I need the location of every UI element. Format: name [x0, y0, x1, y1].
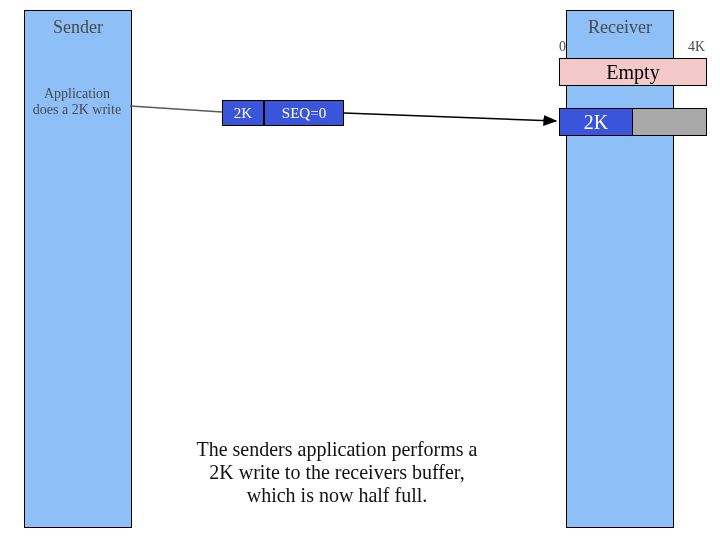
caption-line1: The senders application performs a: [196, 438, 477, 460]
segment-size-label: 2K: [234, 105, 252, 121]
app-note-line2: does a 2K write: [33, 102, 121, 117]
buffer-half-label: 2K: [584, 111, 608, 133]
svg-line-2: [344, 113, 556, 121]
diagram-stage: Sender Receiver 0 4K Empty 2K Applicatio…: [0, 0, 720, 540]
caption-line2: 2K write to the receivers buffer,: [209, 461, 464, 483]
svg-line-0: [130, 106, 222, 112]
app-note-line1: Application: [44, 86, 110, 101]
scale-start-label: 0: [559, 39, 566, 55]
app-write-note: Application does a 2K write: [22, 86, 132, 118]
buffer-empty: Empty: [559, 58, 707, 86]
scale-end-label: 4K: [688, 39, 705, 55]
segment-seq-box: SEQ=0: [264, 100, 344, 126]
caption-text: The senders application performs a 2K wr…: [142, 438, 532, 507]
receiver-title: Receiver: [567, 11, 673, 38]
receiver-column: Receiver: [566, 10, 674, 528]
buffer-empty-label: Empty: [606, 61, 659, 83]
sender-title: Sender: [25, 11, 131, 38]
segment-seq-label: SEQ=0: [282, 105, 326, 121]
segment-size-box: 2K: [222, 100, 264, 126]
buffer-half-filled: 2K: [559, 108, 633, 136]
caption-line3: which is now half full.: [247, 484, 428, 506]
